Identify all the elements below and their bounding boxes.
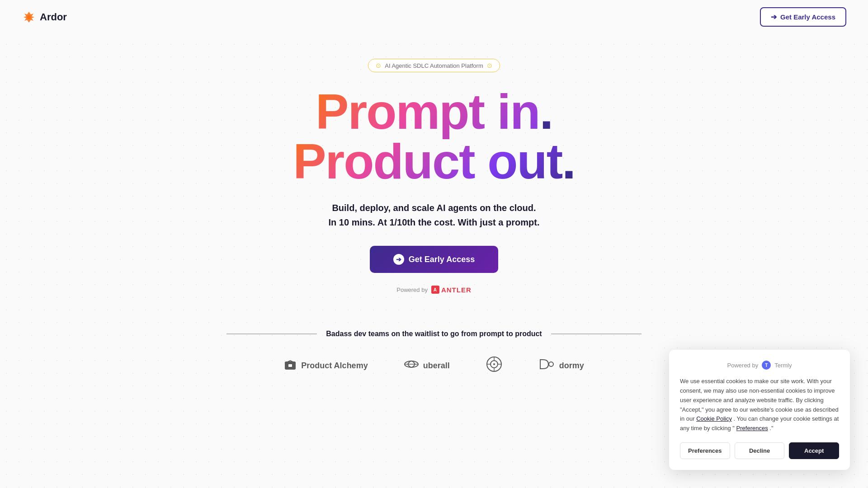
svg-point-12	[549, 362, 553, 366]
navbar: Ardor ➔ Get Early Access	[0, 0, 868, 34]
antler-logo-icon: A	[431, 286, 439, 294]
termly-logo-icon: T	[762, 361, 771, 370]
nav-cta-label: Get Early Access	[780, 13, 835, 21]
termly-header: Powered by T Termly	[680, 361, 839, 370]
ardor-logo-icon	[22, 10, 36, 24]
logo[interactable]: Ardor	[22, 10, 67, 24]
cookie-buttons: Preferences Decline Accept	[680, 442, 839, 459]
nav-cta-button[interactable]: ➔ Get Early Access	[760, 7, 846, 27]
waitlist-divider-right	[551, 333, 642, 334]
badge-icon-left: ⊙	[376, 62, 381, 69]
svg-rect-2	[288, 364, 292, 367]
cookie-preferences-inline-link[interactable]: Preferences	[736, 425, 768, 432]
nav-cta-icon: ➔	[771, 13, 777, 21]
hero-headline: Prompt in. Product out.	[293, 87, 575, 186]
logo-text: Ardor	[40, 11, 67, 23]
hero-sub-line1: Build, deploy, and scale AI agents on th…	[332, 203, 536, 213]
prompt-in-text: Prompt in.	[316, 84, 552, 139]
termly-name: Termly	[774, 362, 792, 369]
hero-section: ⊙ AI Agentic SDLC Automation Platform ⊙ …	[0, 0, 868, 321]
svg-point-0	[27, 15, 31, 19]
badge-icon-right: ⊙	[487, 62, 492, 69]
antler-logo-text: ANTLER	[441, 286, 472, 294]
waitlist-divider-left	[226, 333, 317, 334]
product-alchemy-icon	[284, 358, 297, 373]
company-logo-dormy: dormy	[538, 358, 584, 373]
company-logo-atelier	[486, 356, 502, 375]
cookie-banner: Powered by T Termly We use essential coo…	[669, 350, 850, 470]
company-logo-product-alchemy: Product Alchemy	[284, 358, 368, 373]
powered-by: Powered by A ANTLER	[396, 286, 471, 294]
cookie-decline-button[interactable]: Decline	[735, 442, 785, 459]
headline-line1: Prompt in.	[293, 87, 575, 136]
headline-line2: Product out.	[293, 136, 575, 186]
dormy-text: dormy	[559, 361, 584, 371]
badge-text: AI Agentic SDLC Automation Platform	[385, 62, 483, 69]
cookie-policy-link[interactable]: Cookie Policy	[696, 415, 732, 422]
antler-logo: A ANTLER	[431, 286, 472, 294]
dormy-icon	[538, 358, 555, 373]
waitlist-title: Badass dev teams on the waitlist to go f…	[326, 330, 542, 338]
waitlist-header: Badass dev teams on the waitlist to go f…	[54, 330, 814, 338]
uberall-icon	[404, 359, 419, 372]
product-alchemy-text: Product Alchemy	[301, 361, 368, 371]
hero-sub-line2: In 10 mins. At 1/10th the cost. With jus…	[329, 217, 540, 227]
termly-powered-label: Powered by	[727, 362, 759, 369]
svg-point-7	[493, 363, 495, 365]
hero-cta-label: Get Early Access	[409, 255, 475, 264]
cookie-preferences-button[interactable]: Preferences	[680, 442, 730, 459]
hero-cta-arrow-icon: ➔	[393, 254, 404, 265]
uberall-text: uberall	[423, 361, 450, 371]
cookie-accept-button[interactable]: Accept	[789, 442, 839, 459]
company-logo-uberall: uberall	[404, 359, 450, 372]
cookie-body-3: ."	[769, 425, 773, 432]
cookie-body-text: We use essential cookies to make our sit…	[680, 377, 839, 433]
powered-by-label: Powered by	[396, 286, 428, 293]
atelier-icon	[486, 356, 502, 375]
hero-badge: ⊙ AI Agentic SDLC Automation Platform ⊙	[368, 59, 500, 72]
hero-subtext: Build, deploy, and scale AI agents on th…	[329, 201, 540, 230]
product-out-text: Product out.	[293, 133, 575, 189]
hero-cta-button[interactable]: ➔ Get Early Access	[370, 246, 498, 273]
